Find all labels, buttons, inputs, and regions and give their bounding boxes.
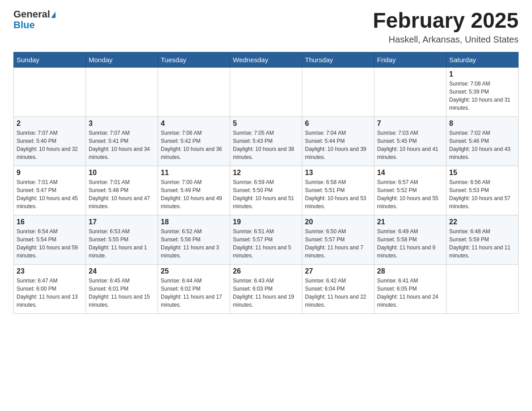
day-cell: 15Sunrise: 6:56 AMSunset: 5:53 PMDayligh… [446,166,519,215]
day-cell: 7Sunrise: 7:03 AMSunset: 5:45 PMDaylight… [374,116,446,166]
weekday-header-friday: Friday [374,52,446,67]
day-number: 14 [377,169,443,177]
day-info: Sunrise: 6:43 AMSunset: 6:03 PMDaylight:… [233,277,299,309]
day-info: Sunrise: 7:07 AMSunset: 5:41 PMDaylight:… [89,129,155,161]
logo-blue-text: Blue [13,20,56,30]
day-cell [158,67,230,116]
day-cell [374,67,446,116]
day-info: Sunrise: 6:41 AMSunset: 6:05 PMDaylight:… [377,277,443,309]
day-number: 27 [305,267,371,275]
day-cell: 8Sunrise: 7:02 AMSunset: 5:46 PMDaylight… [446,116,519,166]
calendar-header: SundayMondayTuesdayWednesdayThursdayFrid… [14,52,519,67]
day-cell [86,67,158,116]
week-row-1: 1Sunrise: 7:08 AMSunset: 5:39 PMDaylight… [14,67,519,116]
day-cell: 3Sunrise: 7:07 AMSunset: 5:41 PMDaylight… [86,116,158,166]
day-info: Sunrise: 6:42 AMSunset: 6:04 PMDaylight:… [305,277,371,309]
day-info: Sunrise: 7:06 AMSunset: 5:42 PMDaylight:… [161,129,227,161]
day-number: 11 [161,169,227,177]
day-number: 6 [305,120,371,128]
day-number: 22 [449,218,515,226]
weekday-header-saturday: Saturday [446,52,519,67]
week-row-5: 23Sunrise: 6:47 AMSunset: 6:00 PMDayligh… [14,264,519,313]
day-number: 20 [305,218,371,226]
day-number: 19 [233,218,299,226]
calendar-subtitle: Haskell, Arkansas, United States [373,34,519,45]
day-cell: 20Sunrise: 6:50 AMSunset: 5:57 PMDayligh… [302,215,374,264]
logo-triangle-icon [51,12,56,18]
day-info: Sunrise: 6:47 AMSunset: 6:00 PMDaylight:… [17,277,83,309]
week-row-2: 2Sunrise: 7:07 AMSunset: 5:40 PMDaylight… [14,116,519,166]
day-cell: 14Sunrise: 6:57 AMSunset: 5:52 PMDayligh… [374,166,446,215]
weekday-header-tuesday: Tuesday [158,52,230,67]
calendar-title: February 2025 [373,9,519,33]
weekday-row: SundayMondayTuesdayWednesdayThursdayFrid… [14,52,519,67]
day-info: Sunrise: 6:44 AMSunset: 6:02 PMDaylight:… [161,277,227,309]
day-cell: 12Sunrise: 6:59 AMSunset: 5:50 PMDayligh… [230,166,302,215]
weekday-header-thursday: Thursday [302,52,374,67]
day-cell: 24Sunrise: 6:45 AMSunset: 6:01 PMDayligh… [86,264,158,313]
day-cell: 5Sunrise: 7:05 AMSunset: 5:43 PMDaylight… [230,116,302,166]
day-number: 15 [449,169,515,177]
day-number: 10 [89,169,155,177]
day-info: Sunrise: 6:58 AMSunset: 5:51 PMDaylight:… [305,178,371,210]
day-number: 28 [377,267,443,275]
day-cell: 28Sunrise: 6:41 AMSunset: 6:05 PMDayligh… [374,264,446,313]
day-info: Sunrise: 6:51 AMSunset: 5:57 PMDaylight:… [233,227,299,260]
day-cell: 18Sunrise: 6:52 AMSunset: 5:56 PMDayligh… [158,215,230,264]
day-number: 21 [377,218,443,226]
day-cell: 11Sunrise: 7:00 AMSunset: 5:49 PMDayligh… [158,166,230,215]
day-number: 16 [17,218,83,226]
day-number: 1 [449,70,515,78]
day-cell: 10Sunrise: 7:01 AMSunset: 5:48 PMDayligh… [86,166,158,215]
day-info: Sunrise: 7:03 AMSunset: 5:45 PMDaylight:… [377,129,443,161]
day-cell: 9Sunrise: 7:01 AMSunset: 5:47 PMDaylight… [14,166,86,215]
day-cell [302,67,374,116]
day-info: Sunrise: 7:01 AMSunset: 5:48 PMDaylight:… [89,178,155,210]
weekday-header-wednesday: Wednesday [230,52,302,67]
day-cell: 26Sunrise: 6:43 AMSunset: 6:03 PMDayligh… [230,264,302,313]
day-info: Sunrise: 7:05 AMSunset: 5:43 PMDaylight:… [233,129,299,161]
day-number: 2 [17,120,83,128]
day-info: Sunrise: 6:48 AMSunset: 5:59 PMDaylight:… [449,227,515,260]
day-number: 25 [161,267,227,275]
day-info: Sunrise: 7:04 AMSunset: 5:44 PMDaylight:… [305,129,371,161]
day-cell: 13Sunrise: 6:58 AMSunset: 5:51 PMDayligh… [302,166,374,215]
weekday-header-sunday: Sunday [14,52,86,67]
day-info: Sunrise: 7:08 AMSunset: 5:39 PMDaylight:… [449,80,515,112]
calendar-table: SundayMondayTuesdayWednesdayThursdayFrid… [13,52,519,314]
day-cell: 17Sunrise: 6:53 AMSunset: 5:55 PMDayligh… [86,215,158,264]
day-cell [230,67,302,116]
day-cell: 2Sunrise: 7:07 AMSunset: 5:40 PMDaylight… [14,116,86,166]
day-cell [446,264,519,313]
day-cell: 4Sunrise: 7:06 AMSunset: 5:42 PMDaylight… [158,116,230,166]
day-info: Sunrise: 7:00 AMSunset: 5:49 PMDaylight:… [161,178,227,210]
day-cell: 6Sunrise: 7:04 AMSunset: 5:44 PMDaylight… [302,116,374,166]
day-number: 7 [377,120,443,128]
day-number: 17 [89,218,155,226]
logo: General Blue [13,9,56,30]
day-cell: 16Sunrise: 6:54 AMSunset: 5:54 PMDayligh… [14,215,86,264]
day-cell: 19Sunrise: 6:51 AMSunset: 5:57 PMDayligh… [230,215,302,264]
week-row-3: 9Sunrise: 7:01 AMSunset: 5:47 PMDaylight… [14,166,519,215]
day-cell: 22Sunrise: 6:48 AMSunset: 5:59 PMDayligh… [446,215,519,264]
title-area: February 2025 Haskell, Arkansas, United … [373,9,519,45]
day-cell: 25Sunrise: 6:44 AMSunset: 6:02 PMDayligh… [158,264,230,313]
day-info: Sunrise: 6:50 AMSunset: 5:57 PMDaylight:… [305,227,371,260]
day-number: 3 [89,120,155,128]
day-number: 8 [449,120,515,128]
day-number: 5 [233,120,299,128]
day-number: 24 [89,267,155,275]
day-info: Sunrise: 6:53 AMSunset: 5:55 PMDaylight:… [89,227,155,260]
day-info: Sunrise: 6:49 AMSunset: 5:58 PMDaylight:… [377,227,443,260]
week-row-4: 16Sunrise: 6:54 AMSunset: 5:54 PMDayligh… [14,215,519,264]
day-cell: 27Sunrise: 6:42 AMSunset: 6:04 PMDayligh… [302,264,374,313]
day-info: Sunrise: 6:45 AMSunset: 6:01 PMDaylight:… [89,277,155,309]
day-info: Sunrise: 7:07 AMSunset: 5:40 PMDaylight:… [17,129,83,161]
day-info: Sunrise: 7:02 AMSunset: 5:46 PMDaylight:… [449,129,515,161]
day-number: 23 [17,267,83,275]
weekday-header-monday: Monday [86,52,158,67]
page-header: General Blue February 2025 Haskell, Arka… [13,9,519,45]
day-info: Sunrise: 6:56 AMSunset: 5:53 PMDaylight:… [449,178,515,210]
day-info: Sunrise: 6:54 AMSunset: 5:54 PMDaylight:… [17,227,83,260]
calendar-body: 1Sunrise: 7:08 AMSunset: 5:39 PMDaylight… [14,67,519,313]
